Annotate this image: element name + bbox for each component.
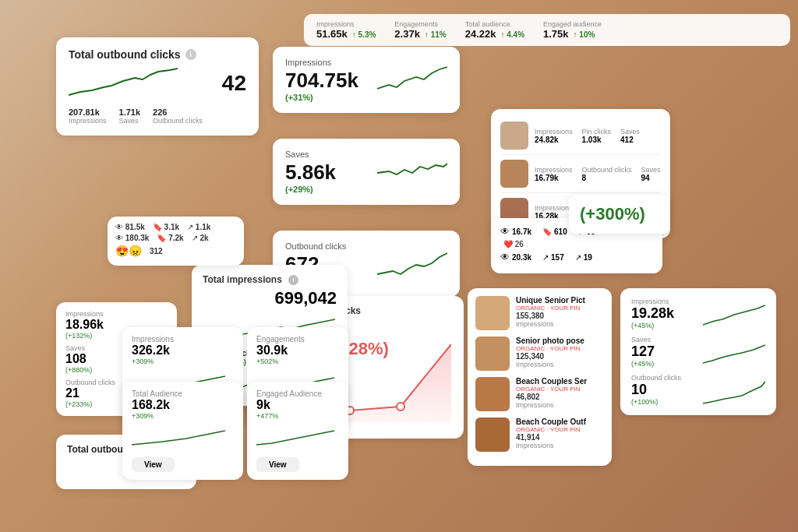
pin-thumb-4	[475, 417, 510, 452]
pin-list-item-3: Beach Couples Ser ORGANIC · YOUR PIN 46,…	[475, 377, 604, 411]
card-pin-list: Unique Senior Pict ORGANIC · YOUR PIN 15…	[468, 288, 612, 466]
pin-stats-2: Impressions 16.79k Outbound clicks 8 Sav…	[535, 166, 661, 182]
impressions-metric-value: 207.81k	[69, 107, 107, 117]
card-total-outbound-clicks: Total outbound clicks i 42 207.81k Impre…	[56, 37, 259, 136]
pin-thumb-1	[475, 296, 510, 330]
pin-info-4: Beach Couple Outf ORGANIC · YOUR PIN 41,…	[516, 417, 586, 449]
top-stats-bar: Impressions 51.65k ↑ 5.3% Engagements 2.…	[304, 14, 790, 46]
small-impressions-label: Impressions	[65, 310, 168, 318]
outbound-metric-value: 226	[153, 107, 203, 117]
info-icon-impressions[interactable]: i	[288, 275, 298, 285]
top-stat-total-audience: Total audience 24.22k ↑ 4.4%	[465, 20, 524, 40]
metrics-row: 207.81k Impressions 1.71k Saves 226 Outb…	[69, 107, 246, 125]
analytics-impressions-sparkline	[703, 298, 765, 329]
total-audience-sub-change: +309%	[132, 412, 234, 420]
card-impressions-big: Impressions 704.75k (+31%)	[273, 47, 460, 113]
pin-row-1: Impressions 24.82k Pin clicks 1.03k Save…	[500, 117, 661, 155]
analytics-saves-value: 127	[631, 344, 655, 360]
analytics-impressions-change: (+45%)	[631, 322, 674, 329]
card-analytics: Impressions 19.28k (+45%) Saves 127 (+45…	[620, 288, 776, 415]
pin-clicks-1: Pin clicks 1.03k	[582, 128, 612, 144]
card-big-percent: (+300%)	[569, 195, 670, 234]
impressions-label: Impressions	[316, 20, 376, 28]
pin-outbound-2: Outbound clicks 8	[582, 166, 632, 182]
info-icon[interactable]: i	[185, 49, 196, 60]
eng-views-2-value: 20.3k	[512, 253, 531, 262]
eng-clicks-2a-value: 157	[551, 253, 564, 262]
impressions-value: 51.65k	[316, 28, 348, 40]
impressions-change: ↑ 5.3%	[352, 30, 376, 39]
engagements-sub-change: +502%	[256, 358, 339, 365]
reaction-row-1: 👁 81.5k 🔖 3.1k ↗ 1.1k	[115, 223, 236, 231]
analytics-impressions-label: Impressions	[631, 298, 674, 305]
impressions-metric-label: Impressions	[69, 117, 107, 125]
top-stat-engaged-audience: Engaged audience 1.75k ↑ 10%	[543, 20, 602, 40]
eng-saves-1-value: 610	[554, 227, 567, 236]
analytics-impressions-value: 19.28k	[631, 305, 674, 322]
engaged-audience-label: Engaged audience	[543, 20, 602, 28]
total-impressions-title: Total impressions	[203, 274, 282, 285]
pin-list-item-4: Beach Couple Outf ORGANIC · YOUR PIN 41,…	[475, 417, 604, 452]
impressions-sub-change: +309%	[132, 358, 234, 365]
outbound-med-sparkline	[377, 241, 447, 280]
engaged-audience-sub-change: +477%	[256, 412, 339, 420]
card-header: Total outbound clicks i	[69, 48, 246, 61]
eng-clicks-2b: ↗ 19	[575, 253, 592, 262]
engagements-label: Engagements	[394, 20, 446, 28]
engaged-audience-change: ↑ 10%	[574, 30, 595, 39]
engaged-audience-view-button[interactable]: View	[256, 457, 299, 472]
eng-views-1-value: 16.7k	[512, 227, 531, 236]
impressions-big-change: (+31%)	[285, 93, 358, 102]
total-audience-value: 24.22k	[465, 28, 496, 40]
saves-big-value: 5.86k	[285, 160, 336, 185]
total-audience-sub-title: Total Audience	[132, 389, 234, 398]
analytics-saves-label: Saves	[631, 336, 655, 344]
analytics-outbound-sparkline	[703, 374, 765, 405]
pin-thumb-3	[475, 377, 510, 411]
analytics-outbound-label: Outbound clicks	[631, 374, 681, 382]
pin-row-2: Impressions 16.79k Outbound clicks 8 Sav…	[500, 155, 661, 193]
sparkline-chart	[69, 64, 178, 103]
reaction-row-2: 👁 180.3k 🔖 7.2k ↗ 2k	[115, 234, 236, 242]
eng-saves-1: 🔖 610	[542, 227, 567, 236]
pin-info-1: Unique Senior Pict ORGANIC · YOUR PIN 15…	[516, 296, 585, 328]
engagements-sub-title: Engagements	[256, 335, 339, 344]
eng-clicks-2b-value: 19	[584, 253, 592, 262]
reaction-row-3: 😍😠 312	[115, 245, 236, 257]
total-impressions-value: 699,042	[203, 288, 337, 308]
eng-views-2: 👁 20.3k	[500, 252, 531, 262]
pin-saves-1: Saves 412	[620, 128, 640, 144]
total-audience-change: ↑ 4.4%	[500, 30, 524, 39]
pin-impressions-1: Impressions 24.82k	[535, 128, 573, 144]
svg-point-3	[397, 403, 404, 410]
svg-text:NOV 2022: NOV 2022	[389, 425, 418, 426]
pin-thumbnail-1	[500, 122, 528, 150]
impressions-title: Impressions	[285, 58, 358, 67]
impressions-sub-title: Impressions	[132, 335, 234, 344]
impressions-sub-value: 326.2k	[132, 344, 234, 358]
engagements-sub-value: 30.9k	[256, 344, 339, 358]
card-reactions: 👁 81.5k 🔖 3.1k ↗ 1.1k 👁 180.3k 🔖 7.2k ↗ …	[108, 217, 244, 266]
eng-views-1: 👁 16.7k	[500, 226, 531, 237]
analytics-outbound-change: (+100%)	[631, 398, 681, 406]
card-engaged-audience-sub: Engaged Audience 9k +477% View	[247, 382, 348, 480]
clicks-value: 42	[222, 71, 246, 96]
card-saves: Saves 5.86k (+29%)	[273, 139, 460, 205]
analytics-saves-change: (+45%)	[631, 360, 655, 368]
card-title: Total outbound clicks	[69, 48, 181, 61]
impressions-sparkline	[377, 58, 447, 97]
outbound-metric: 226 Outbound clicks	[153, 107, 203, 125]
saves-big-change: (+29%)	[285, 185, 336, 194]
engaged-audience-sparkline	[256, 423, 334, 446]
impressions-metric: 207.81k Impressions	[69, 107, 107, 125]
analytics-saves-sparkline	[703, 336, 765, 367]
pin-list-item-2: Senior photo pose ORGANIC · YOUR PIN 125…	[475, 336, 604, 371]
saves-sparkline	[377, 150, 447, 188]
analytics-outbound-value: 10	[631, 382, 681, 398]
total-audience-view-button[interactable]: View	[132, 457, 175, 472]
engaged-audience-sub-title: Engaged Audience	[256, 389, 339, 398]
pin-stats-1: Impressions 24.82k Pin clicks 1.03k Save…	[535, 128, 640, 144]
outbound-metric-label: Outbound clicks	[153, 117, 203, 125]
pin-saves-2: Saves 94	[641, 166, 661, 182]
engaged-audience-sub-value: 9k	[256, 398, 339, 412]
